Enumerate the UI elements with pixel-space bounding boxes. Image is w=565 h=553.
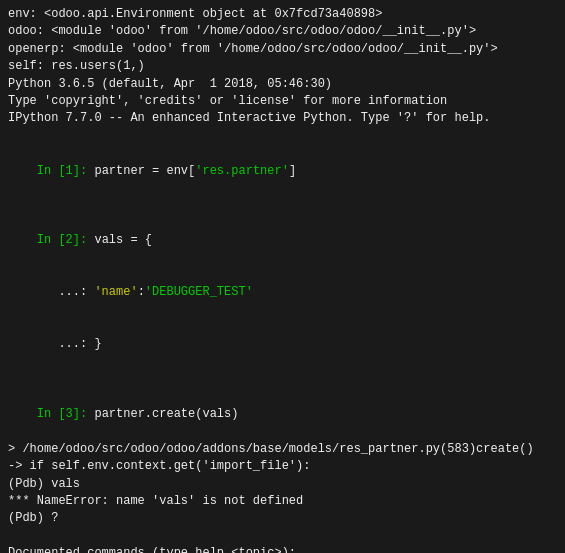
- in2-ellipsis1: ...:: [37, 285, 95, 299]
- terminal: env: <odoo.api.Environment object at 0x7…: [8, 6, 557, 553]
- openerp-line: openerp: <module 'odoo' from '/home/odoo…: [8, 41, 557, 58]
- in2-val: 'DEBUGGER_TEST': [145, 285, 253, 299]
- name-error: *** NameError: name 'vals' is not define…: [8, 493, 557, 510]
- blank2: [8, 197, 557, 214]
- odoo-line: odoo: <module 'odoo' from '/home/odoo/sr…: [8, 23, 557, 40]
- self-line: self: res.users(1,): [8, 58, 557, 75]
- in2-line1: In [2]: vals = {: [8, 215, 557, 267]
- in3-prompt: In [3]:: [37, 407, 87, 421]
- in1-code: partner = env[: [87, 164, 195, 178]
- in1-prompt: In [1]:: [37, 164, 87, 178]
- in1-close: ]: [289, 164, 296, 178]
- in2-code: vals = {: [87, 233, 152, 247]
- python-version-line: Python 3.6.5 (default, Apr 1 2018, 05:46…: [8, 76, 557, 93]
- blank4: [8, 528, 557, 545]
- env-line: env: <odoo.api.Environment object at 0x7…: [8, 6, 557, 23]
- copyright-line: Type 'copyright', 'credits' or 'license'…: [8, 93, 557, 110]
- blank1: [8, 128, 557, 145]
- in3-code: partner.create(vals): [87, 407, 238, 421]
- ipython-line: IPython 7.7.0 -- An enhanced Interactive…: [8, 110, 557, 127]
- trace-line2: -> if self.env.context.get('import_file'…: [8, 458, 557, 475]
- in2-prompt: In [2]:: [37, 233, 87, 247]
- in2-ellipsis2: ...: }: [37, 337, 102, 351]
- in3-line: In [3]: partner.create(vals): [8, 389, 557, 441]
- pdb-vals: (Pdb) vals: [8, 476, 557, 493]
- pdb-question: (Pdb) ?: [8, 510, 557, 527]
- blank3: [8, 371, 557, 388]
- trace-line1: > /home/odoo/src/odoo/odoo/addons/base/m…: [8, 441, 557, 458]
- in2-key: 'name': [94, 285, 137, 299]
- in2-line3: ...: }: [8, 319, 557, 371]
- in2-line2: ...: 'name':'DEBUGGER_TEST': [8, 267, 557, 319]
- doc-header: Documented commands (type help <topic>):: [8, 545, 557, 553]
- in2-colon: :: [138, 285, 145, 299]
- in1-string: 'res.partner': [195, 164, 289, 178]
- in1-line: In [1]: partner = env['res.partner']: [8, 145, 557, 197]
